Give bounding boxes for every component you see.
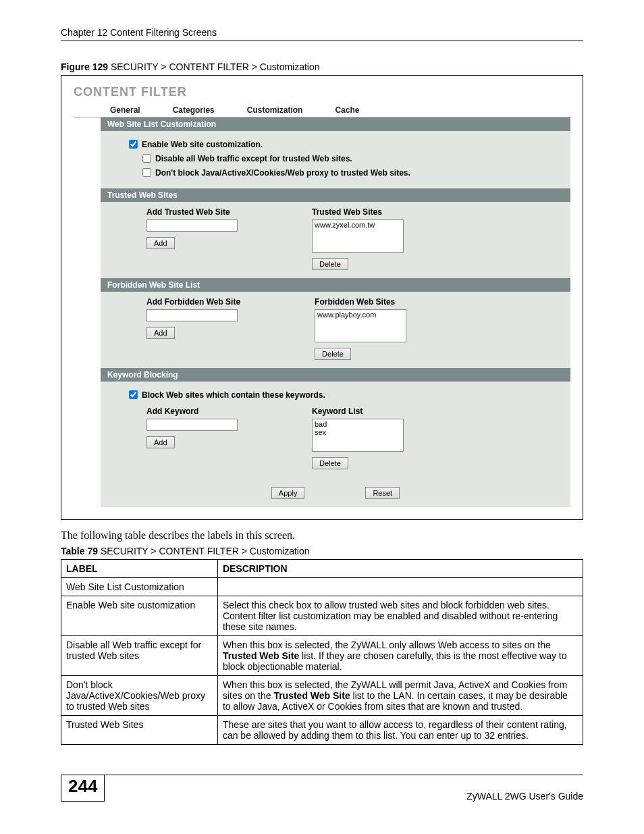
section-trusted-title: Trusted Web Sites xyxy=(101,188,570,202)
input-add-keyword[interactable] xyxy=(146,419,238,431)
checkbox-enable-customization[interactable] xyxy=(129,140,138,149)
label-add-trusted: Add Trusted Web Site xyxy=(146,207,238,217)
td-desc: These are sites that you want to allow a… xyxy=(217,716,583,745)
th-label: LABEL xyxy=(61,560,218,578)
td-label: Trusted Web Sites xyxy=(61,716,218,745)
listbox-trusted[interactable]: www.zyxel.com.tw xyxy=(312,219,404,253)
input-add-forbidden[interactable] xyxy=(146,309,238,321)
table-row: Don't block Java/ActiveX/Cookies/Web pro… xyxy=(61,676,583,716)
th-description: DESCRIPTION xyxy=(217,560,583,578)
label-keyword-list: Keyword List xyxy=(312,407,404,416)
td-desc-text: When this box is selected, the ZyWALL on… xyxy=(223,640,551,650)
page-footer: 244 ZyWALL 2WG User's Guide xyxy=(61,775,583,802)
button-apply[interactable]: Apply xyxy=(271,487,305,499)
guide-name: ZyWALL 2WG User's Guide xyxy=(466,791,583,802)
listbox-forbidden[interactable]: www.playboy.com xyxy=(315,309,406,342)
input-add-trusted[interactable] xyxy=(146,219,238,232)
label-block-keywords: Block Web sites which contain these keyw… xyxy=(142,390,325,400)
label-dont-block-java: Don't block Java/ActiveX/Cookies/Web pro… xyxy=(155,168,410,178)
figure-number: Figure 129 xyxy=(61,61,108,72)
label-add-keyword: Add Keyword xyxy=(146,407,238,416)
tab-cache[interactable]: Cache xyxy=(319,103,375,117)
section-keyword-title: Keyword Blocking xyxy=(101,368,570,382)
tab-bar: General Categories Customization Cache xyxy=(74,103,570,118)
button-delete-trusted[interactable]: Delete xyxy=(312,258,348,270)
listitem-keyword-2[interactable]: sex xyxy=(315,428,401,436)
tab-categories[interactable]: Categories xyxy=(157,103,231,117)
label-add-forbidden: Add Forbidden Web Site xyxy=(146,297,240,307)
button-delete-keyword[interactable]: Delete xyxy=(312,457,348,469)
figure-title: SECURITY > CONTENT FILTER > Customizatio… xyxy=(108,61,320,72)
description-table: LABEL DESCRIPTION Web Site List Customiz… xyxy=(61,559,583,745)
td-desc: Select this check box to allow trusted w… xyxy=(217,596,583,636)
table-title: SECURITY > CONTENT FILTER > Customizatio… xyxy=(98,546,310,556)
checkbox-block-keywords[interactable] xyxy=(129,390,138,399)
figure-caption: Figure 129 SECURITY > CONTENT FILTER > C… xyxy=(61,61,583,72)
label-trusted-list: Trusted Web Sites xyxy=(312,207,404,217)
listitem-forbidden-1[interactable]: www.playboy.com xyxy=(317,311,376,319)
table-caption: Table 79 SECURITY > CONTENT FILTER > Cus… xyxy=(61,546,583,556)
table-row: Trusted Web Sites These are sites that y… xyxy=(61,716,583,745)
checkbox-disable-all-traffic[interactable] xyxy=(142,154,151,163)
listitem-keyword-1[interactable]: bad xyxy=(315,420,401,428)
bottom-buttons: Apply Reset xyxy=(101,477,570,507)
section-keyword-body: Block Web sites which contain these keyw… xyxy=(101,382,570,477)
listitem-trusted-1[interactable]: www.zyxel.com.tw xyxy=(315,221,375,229)
button-add-keyword[interactable]: Add xyxy=(146,436,175,448)
label-forbidden-list: Forbidden Web Sites xyxy=(315,297,406,307)
section-trusted-body: Add Trusted Web Site Add Trusted Web Sit… xyxy=(101,202,570,278)
page-number: 244 xyxy=(61,775,105,802)
td-desc: When this box is selected, the ZyWALL on… xyxy=(217,636,583,676)
td-label: Disable all Web traffic except for trust… xyxy=(61,636,218,676)
screenshot-container: CONTENT FILTER General Categories Custom… xyxy=(61,75,583,520)
section-web-site-list-title: Web Site List Customization xyxy=(101,118,570,131)
chapter-header: Chapter 12 Content Filtering Screens xyxy=(61,27,583,41)
td-desc-bold: Trusted Web Site xyxy=(223,650,299,661)
td-label: Web Site List Customization xyxy=(61,578,218,596)
label-enable-customization: Enable Web site customization. xyxy=(142,140,263,149)
table-header-row: LABEL DESCRIPTION xyxy=(61,560,583,578)
td-desc-bold: Trusted Web Site xyxy=(273,690,350,701)
section-forbidden-title: Forbidden Web Site List xyxy=(101,278,570,292)
button-add-trusted[interactable]: Add xyxy=(146,237,175,249)
content-filter-title: CONTENT FILTER xyxy=(74,85,570,99)
intro-text: The following table describes the labels… xyxy=(61,529,583,542)
td-label: Don't block Java/ActiveX/Cookies/Web pro… xyxy=(61,676,218,716)
section-forbidden-body: Add Forbidden Web Site Add Forbidden Web… xyxy=(101,292,570,368)
table-row: Web Site List Customization xyxy=(61,578,583,596)
section-web-site-list-body: Enable Web site customization. Disable a… xyxy=(101,131,570,188)
td-desc: When this box is selected, the ZyWALL wi… xyxy=(217,676,583,716)
listbox-keyword[interactable]: bad sex xyxy=(312,419,404,452)
label-disable-all-traffic: Disable all Web traffic except for trust… xyxy=(155,154,352,163)
tab-customization[interactable]: Customization xyxy=(231,103,319,117)
td-desc xyxy=(217,578,583,596)
table-number: Table 79 xyxy=(61,546,98,556)
td-label: Enable Web site customization xyxy=(61,596,218,636)
table-row: Enable Web site customization Select thi… xyxy=(61,596,583,636)
button-add-forbidden[interactable]: Add xyxy=(146,327,175,339)
tab-general[interactable]: General xyxy=(94,103,157,117)
button-delete-forbidden[interactable]: Delete xyxy=(315,348,351,360)
table-row: Disable all Web traffic except for trust… xyxy=(61,636,583,676)
button-reset[interactable]: Reset xyxy=(365,487,400,499)
checkbox-dont-block-java[interactable] xyxy=(142,168,151,177)
